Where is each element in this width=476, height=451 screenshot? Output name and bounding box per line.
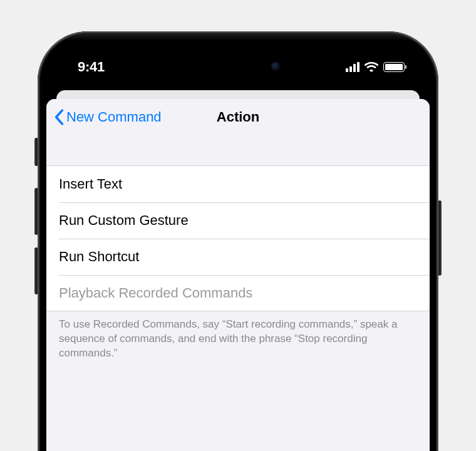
back-button[interactable]: New Command — [46, 109, 162, 125]
phone-frame: 9:41 — [38, 31, 438, 451]
action-run-custom-gesture[interactable]: Run Custom Gesture — [46, 202, 430, 239]
page-title: Action — [217, 109, 259, 125]
row-label: Insert Text — [59, 176, 417, 192]
dynamic-island — [185, 51, 291, 81]
power-button — [438, 200, 442, 276]
action-sheet: New Command Action Insert Text Run Custo… — [46, 99, 430, 451]
action-insert-text[interactable]: Insert Text — [46, 166, 430, 202]
cellular-signal-icon — [346, 62, 360, 72]
volume-down-button — [34, 247, 38, 294]
phone-screen: 9:41 — [46, 40, 430, 451]
back-label: New Command — [66, 109, 162, 125]
status-icons — [346, 62, 405, 72]
battery-icon — [383, 62, 405, 72]
action-playback-recorded-commands: Playback Recorded Commands — [46, 275, 430, 311]
row-label: Playback Recorded Commands — [59, 285, 417, 301]
row-label: Run Shortcut — [59, 249, 417, 265]
silent-switch — [34, 138, 38, 166]
action-run-shortcut[interactable]: Run Shortcut — [46, 239, 430, 275]
volume-up-button — [34, 188, 38, 235]
wifi-icon — [365, 62, 378, 72]
actions-list: Insert Text Run Custom Gesture Run Short… — [46, 165, 430, 311]
sheet-stack: New Command Action Insert Text Run Custo… — [46, 90, 430, 451]
front-camera-icon — [271, 62, 280, 71]
row-label: Run Custom Gesture — [59, 212, 417, 229]
chevron-left-icon — [54, 109, 64, 125]
status-time: 9:41 — [78, 59, 105, 75]
section-footer: To use Recorded Commands, say “Start rec… — [46, 311, 430, 367]
section-spacer — [46, 135, 430, 165]
navigation-bar: New Command Action — [46, 99, 430, 135]
